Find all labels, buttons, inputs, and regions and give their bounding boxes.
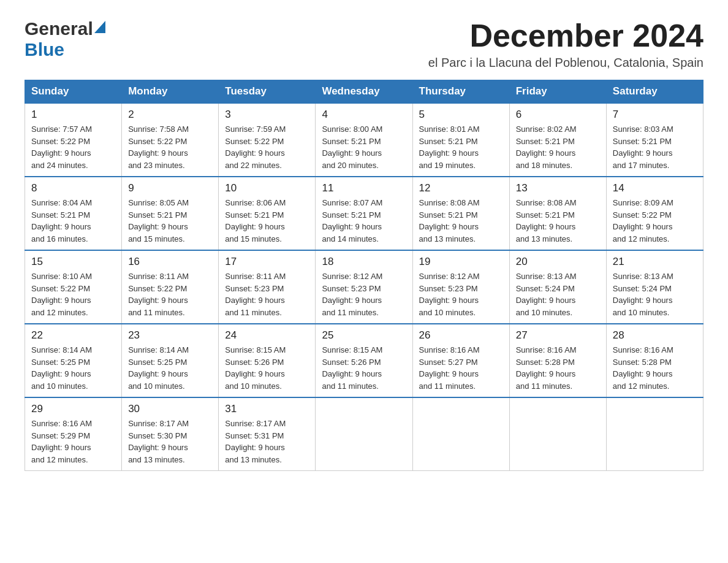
day-number: 28	[613, 329, 697, 342]
calendar-cell: 5 Sunrise: 8:01 AM Sunset: 5:21 PM Dayli…	[412, 103, 509, 177]
logo-general: General	[25, 18, 93, 39]
day-info: Sunrise: 8:13 AM Sunset: 5:24 PM Dayligh…	[516, 270, 600, 318]
calendar-cell: 14 Sunrise: 8:09 AM Sunset: 5:22 PM Dayl…	[606, 177, 703, 250]
day-number: 29	[31, 403, 115, 415]
calendar-table: Sunday Monday Tuesday Wednesday Thursday…	[25, 80, 703, 471]
calendar-cell: 6 Sunrise: 8:02 AM Sunset: 5:21 PM Dayli…	[509, 103, 606, 177]
day-number: 17	[225, 256, 309, 268]
logo-triangle-icon	[94, 21, 105, 36]
day-number: 10	[225, 182, 309, 194]
calendar-cell	[509, 397, 606, 471]
day-info: Sunrise: 8:16 AM Sunset: 5:28 PM Dayligh…	[613, 344, 697, 392]
day-number: 21	[613, 256, 697, 268]
header-friday: Friday	[509, 80, 606, 104]
day-info: Sunrise: 8:12 AM Sunset: 5:23 PM Dayligh…	[419, 270, 503, 318]
calendar-cell: 11 Sunrise: 8:07 AM Sunset: 5:21 PM Dayl…	[316, 177, 412, 250]
day-info: Sunrise: 8:06 AM Sunset: 5:21 PM Dayligh…	[225, 197, 309, 245]
day-info: Sunrise: 8:09 AM Sunset: 5:22 PM Dayligh…	[613, 197, 697, 245]
day-number: 8	[31, 182, 115, 194]
day-info: Sunrise: 8:13 AM Sunset: 5:24 PM Dayligh…	[613, 270, 697, 318]
calendar-cell: 9 Sunrise: 8:05 AM Sunset: 5:21 PM Dayli…	[122, 177, 219, 250]
calendar-week-row-2: 8 Sunrise: 8:04 AM Sunset: 5:21 PM Dayli…	[25, 177, 703, 250]
day-number: 9	[128, 182, 212, 194]
day-number: 4	[322, 109, 406, 121]
day-number: 11	[322, 182, 406, 194]
location-title: el Parc i la Llacuna del Poblenou, Catal…	[428, 56, 703, 70]
day-info: Sunrise: 7:57 AM Sunset: 5:22 PM Dayligh…	[31, 123, 115, 171]
calendar-cell: 27 Sunrise: 8:16 AM Sunset: 5:28 PM Dayl…	[509, 324, 606, 397]
day-info: Sunrise: 8:14 AM Sunset: 5:25 PM Dayligh…	[128, 344, 212, 392]
day-info: Sunrise: 8:15 AM Sunset: 5:26 PM Dayligh…	[225, 344, 309, 392]
logo: General Blue	[25, 18, 105, 60]
calendar-week-row-4: 22 Sunrise: 8:14 AM Sunset: 5:25 PM Dayl…	[25, 324, 703, 397]
day-number: 1	[31, 109, 115, 121]
calendar-cell: 24 Sunrise: 8:15 AM Sunset: 5:26 PM Dayl…	[219, 324, 316, 397]
svg-marker-0	[94, 21, 105, 33]
day-info: Sunrise: 8:15 AM Sunset: 5:26 PM Dayligh…	[322, 344, 406, 392]
day-info: Sunrise: 8:02 AM Sunset: 5:21 PM Dayligh…	[516, 123, 600, 171]
day-info: Sunrise: 8:14 AM Sunset: 5:25 PM Dayligh…	[31, 344, 115, 392]
calendar-cell: 30 Sunrise: 8:17 AM Sunset: 5:30 PM Dayl…	[122, 397, 219, 471]
day-info: Sunrise: 8:16 AM Sunset: 5:28 PM Dayligh…	[516, 344, 600, 392]
day-info: Sunrise: 8:08 AM Sunset: 5:21 PM Dayligh…	[419, 197, 503, 245]
calendar-week-row-1: 1 Sunrise: 7:57 AM Sunset: 5:22 PM Dayli…	[25, 103, 703, 177]
header-monday: Monday	[122, 80, 219, 104]
calendar-cell: 12 Sunrise: 8:08 AM Sunset: 5:21 PM Dayl…	[412, 177, 509, 250]
title-area: December 2024 el Parc i la Llacuna del P…	[428, 18, 703, 70]
calendar-cell: 8 Sunrise: 8:04 AM Sunset: 5:21 PM Dayli…	[25, 177, 122, 250]
day-number: 19	[419, 256, 503, 268]
calendar-cell: 28 Sunrise: 8:16 AM Sunset: 5:28 PM Dayl…	[606, 324, 703, 397]
header-sunday: Sunday	[25, 80, 122, 104]
header-wednesday: Wednesday	[316, 80, 412, 104]
day-info: Sunrise: 8:12 AM Sunset: 5:23 PM Dayligh…	[322, 270, 406, 318]
day-number: 5	[419, 109, 503, 121]
day-number: 24	[225, 329, 309, 342]
day-info: Sunrise: 8:17 AM Sunset: 5:31 PM Dayligh…	[225, 418, 309, 465]
day-info: Sunrise: 8:16 AM Sunset: 5:27 PM Dayligh…	[419, 344, 503, 392]
day-number: 12	[419, 182, 503, 194]
header-tuesday: Tuesday	[219, 80, 316, 104]
calendar-cell: 17 Sunrise: 8:11 AM Sunset: 5:23 PM Dayl…	[219, 250, 316, 324]
calendar-cell: 16 Sunrise: 8:11 AM Sunset: 5:22 PM Dayl…	[122, 250, 219, 324]
weekday-header-row: Sunday Monday Tuesday Wednesday Thursday…	[25, 80, 703, 104]
day-info: Sunrise: 7:58 AM Sunset: 5:22 PM Dayligh…	[128, 123, 212, 171]
day-info: Sunrise: 8:00 AM Sunset: 5:21 PM Dayligh…	[322, 123, 406, 171]
calendar-cell: 10 Sunrise: 8:06 AM Sunset: 5:21 PM Dayl…	[219, 177, 316, 250]
calendar-cell	[606, 397, 703, 471]
day-number: 26	[419, 329, 503, 342]
day-number: 2	[128, 109, 212, 121]
calendar-cell: 15 Sunrise: 8:10 AM Sunset: 5:22 PM Dayl…	[25, 250, 122, 324]
calendar-cell: 18 Sunrise: 8:12 AM Sunset: 5:23 PM Dayl…	[316, 250, 412, 324]
calendar-cell: 19 Sunrise: 8:12 AM Sunset: 5:23 PM Dayl…	[412, 250, 509, 324]
calendar-cell: 29 Sunrise: 8:16 AM Sunset: 5:29 PM Dayl…	[25, 397, 122, 471]
calendar-cell: 20 Sunrise: 8:13 AM Sunset: 5:24 PM Dayl…	[509, 250, 606, 324]
calendar-cell: 13 Sunrise: 8:08 AM Sunset: 5:21 PM Dayl…	[509, 177, 606, 250]
day-number: 31	[225, 403, 309, 415]
calendar-week-row-3: 15 Sunrise: 8:10 AM Sunset: 5:22 PM Dayl…	[25, 250, 703, 324]
day-number: 15	[31, 256, 115, 268]
calendar-cell: 31 Sunrise: 8:17 AM Sunset: 5:31 PM Dayl…	[219, 397, 316, 471]
day-info: Sunrise: 8:03 AM Sunset: 5:21 PM Dayligh…	[613, 123, 697, 171]
day-info: Sunrise: 7:59 AM Sunset: 5:22 PM Dayligh…	[225, 123, 309, 171]
day-number: 18	[322, 256, 406, 268]
calendar-cell: 22 Sunrise: 8:14 AM Sunset: 5:25 PM Dayl…	[25, 324, 122, 397]
day-info: Sunrise: 8:08 AM Sunset: 5:21 PM Dayligh…	[516, 197, 600, 245]
day-number: 27	[516, 329, 600, 342]
day-info: Sunrise: 8:07 AM Sunset: 5:21 PM Dayligh…	[322, 197, 406, 245]
calendar-week-row-5: 29 Sunrise: 8:16 AM Sunset: 5:29 PM Dayl…	[25, 397, 703, 471]
day-info: Sunrise: 8:11 AM Sunset: 5:23 PM Dayligh…	[225, 270, 309, 318]
calendar-cell: 2 Sunrise: 7:58 AM Sunset: 5:22 PM Dayli…	[122, 103, 219, 177]
day-number: 3	[225, 109, 309, 121]
day-number: 6	[516, 109, 600, 121]
day-info: Sunrise: 8:10 AM Sunset: 5:22 PM Dayligh…	[31, 270, 115, 318]
day-number: 16	[128, 256, 212, 268]
calendar-cell: 4 Sunrise: 8:00 AM Sunset: 5:21 PM Dayli…	[316, 103, 412, 177]
calendar-cell: 3 Sunrise: 7:59 AM Sunset: 5:22 PM Dayli…	[219, 103, 316, 177]
month-title: December 2024	[428, 18, 703, 53]
day-info: Sunrise: 8:11 AM Sunset: 5:22 PM Dayligh…	[128, 270, 212, 318]
calendar-cell: 1 Sunrise: 7:57 AM Sunset: 5:22 PM Dayli…	[25, 103, 122, 177]
day-info: Sunrise: 8:05 AM Sunset: 5:21 PM Dayligh…	[128, 197, 212, 245]
calendar-cell: 7 Sunrise: 8:03 AM Sunset: 5:21 PM Dayli…	[606, 103, 703, 177]
day-info: Sunrise: 8:17 AM Sunset: 5:30 PM Dayligh…	[128, 418, 212, 465]
day-number: 20	[516, 256, 600, 268]
